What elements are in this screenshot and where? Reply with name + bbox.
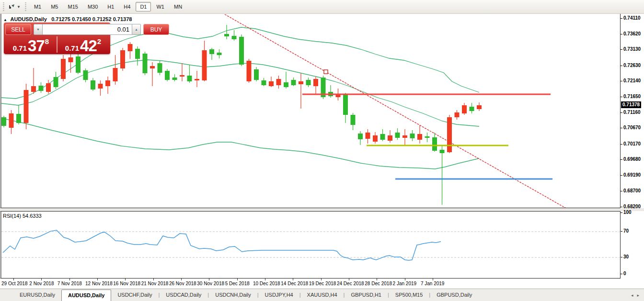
candle-body xyxy=(16,114,21,123)
tab-scroll-left-icon[interactable]: ◂ xyxy=(631,293,633,298)
trendline-handle[interactable] xyxy=(324,70,328,74)
candle-body xyxy=(165,71,170,80)
price-axis-tick xyxy=(621,81,622,81)
price-axis-tick xyxy=(621,66,622,66)
timeframe-button-d1[interactable]: D1 xyxy=(136,2,151,11)
price-axis-tick xyxy=(621,207,622,207)
chart-ohlc-values: 0.71275 0.71450 0.71252 0.71378 xyxy=(51,16,132,22)
candle-body xyxy=(269,81,274,86)
date-axis-tick xyxy=(13,279,14,280)
buy-price-main: 42 xyxy=(80,39,97,52)
timeframe-button-mn[interactable]: MN xyxy=(170,2,186,11)
chart-tab-xauusd[interactable]: XAUUSD,H4 xyxy=(301,289,344,301)
chart-tools-icon[interactable] xyxy=(7,2,17,11)
date-axis-label: 21 Nov 2018 xyxy=(141,281,169,286)
volume-increase-button[interactable]: ▲ xyxy=(132,24,141,35)
chart-tab-usdcnh[interactable]: USDCNH,Daily xyxy=(209,289,257,301)
sell-price-pipette: 8 xyxy=(45,38,49,45)
candle-body xyxy=(366,133,370,139)
rsi-axis-tick xyxy=(621,274,622,274)
price-axis-tick xyxy=(621,34,622,34)
price-axis-label: 0.73620 xyxy=(623,31,641,36)
date-axis-label: 28 Dec 2018 xyxy=(365,281,392,286)
rsi-chart[interactable] xyxy=(1,212,621,278)
date-axis-tick xyxy=(405,279,405,280)
candle-body xyxy=(470,107,474,111)
candle-body xyxy=(54,77,58,87)
date-axis-tick xyxy=(69,279,70,280)
candle-body xyxy=(9,113,14,128)
candle-body xyxy=(232,36,237,39)
chart-tab-usdchf[interactable]: USDCHF,Daily xyxy=(111,289,158,301)
rsi-pane[interactable] xyxy=(0,211,621,279)
sell-price-display[interactable]: 0.71 37 8 xyxy=(5,36,58,53)
chart-symbol: AUDUSD,Daily xyxy=(11,16,47,22)
candle-body xyxy=(46,83,51,92)
date-axis-tick xyxy=(41,279,42,280)
candle-body xyxy=(239,37,244,65)
candle-body xyxy=(373,135,378,142)
price-axis-label: 0.72630 xyxy=(623,63,641,68)
buy-button[interactable]: BUY xyxy=(143,24,169,35)
price-axis-label: 0.73130 xyxy=(623,46,641,52)
date-axis-label: 5 Dec 2018 xyxy=(225,281,250,286)
chart-tab-gbpusd[interactable]: GBPUSD,Daily xyxy=(430,289,478,301)
rsi-axis-tick xyxy=(621,257,622,257)
candle-body xyxy=(477,105,482,109)
price-axis-label: 0.68700 xyxy=(623,188,641,193)
date-axis-tick xyxy=(209,279,209,280)
price-axis-tick xyxy=(621,18,622,19)
bollinger-lower-band xyxy=(1,118,479,169)
price-axis-tick xyxy=(621,144,622,145)
date-axis-label: 7 Jan 2019 xyxy=(421,281,445,286)
chart-tab-usdcad[interactable]: USDCAD,Daily xyxy=(160,289,207,301)
candle-body xyxy=(195,79,199,80)
candle-body xyxy=(254,69,259,80)
chart-tab-sp500[interactable]: SP500,M15 xyxy=(389,289,429,301)
rsi-axis-label: 70 xyxy=(623,228,629,234)
volume-input[interactable] xyxy=(43,24,132,35)
price-axis-tick xyxy=(621,191,622,191)
candle-body xyxy=(262,80,266,85)
current-price-tag: 0.71378 xyxy=(621,101,641,108)
date-axis: 29 Oct 20182 Nov 20187 Nov 201812 Nov 20… xyxy=(0,279,644,289)
chart-tab-audusd[interactable]: AUDUSD,Daily xyxy=(61,290,111,301)
bollinger-middle-band xyxy=(1,60,479,126)
timeframe-button-w1[interactable]: W1 xyxy=(152,2,169,11)
candle-body xyxy=(284,82,288,87)
timeframe-button-h1[interactable]: H1 xyxy=(103,2,118,11)
candle-body xyxy=(388,135,392,141)
sell-button[interactable]: SELL xyxy=(5,24,31,35)
volume-decrease-button[interactable]: ▼ xyxy=(34,24,43,35)
timeframe-button-m30[interactable]: M30 xyxy=(83,2,102,11)
toolbar-grip[interactable] xyxy=(2,2,5,11)
candle-body xyxy=(105,80,110,86)
toolbar-grip[interactable] xyxy=(24,2,27,11)
candle-body xyxy=(135,49,140,59)
candle-body xyxy=(462,105,467,113)
timeframe-button-m15[interactable]: M15 xyxy=(63,2,82,11)
candle-body xyxy=(143,54,148,73)
buy-price-display[interactable]: 0.71 42 2 xyxy=(58,36,109,53)
price-axis-label: 0.69190 xyxy=(623,172,641,178)
candle-body xyxy=(61,59,66,79)
date-axis-label: 30 Nov 2018 xyxy=(197,281,224,286)
timeframe-button-m5[interactable]: M5 xyxy=(46,2,62,11)
timeframe-button-m1[interactable]: M1 xyxy=(30,2,46,11)
price-axis-label: 0.69680 xyxy=(623,156,641,162)
rsi-line xyxy=(3,230,441,260)
candle-body xyxy=(291,80,296,85)
tab-scroll-right-icon[interactable]: ▸ xyxy=(637,293,639,298)
candle-body xyxy=(217,53,222,55)
date-axis-label: 12 Nov 2018 xyxy=(85,281,113,286)
candle-body xyxy=(351,115,356,125)
chart-tab-gbpusd[interactable]: GBPUSD,H1 xyxy=(345,289,388,301)
candle-body xyxy=(395,133,400,138)
chart-tab-usdjpy[interactable]: USDJPY,H4 xyxy=(259,289,299,301)
candle-body xyxy=(247,61,252,81)
timeframe-button-h4[interactable]: H4 xyxy=(119,2,135,11)
chart-tab-eurusd[interactable]: EURUSD,Daily xyxy=(13,289,61,301)
price-axis-label: 0.70170 xyxy=(623,141,641,146)
price-axis-tick xyxy=(621,49,622,50)
chevron-down-icon[interactable]: ▼ xyxy=(17,5,21,9)
